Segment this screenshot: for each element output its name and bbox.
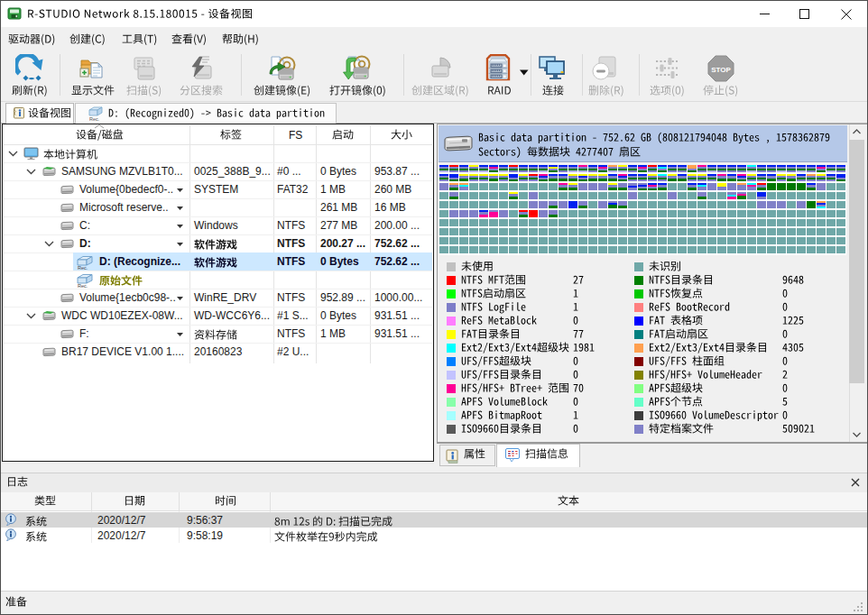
- svg-text:Rec.: Rec.: [78, 283, 88, 288]
- svg-text:Rec.: Rec.: [89, 116, 100, 122]
- svg-text:Rec.: Rec.: [78, 265, 88, 270]
- svg-text:STOP: STOP: [711, 66, 731, 74]
